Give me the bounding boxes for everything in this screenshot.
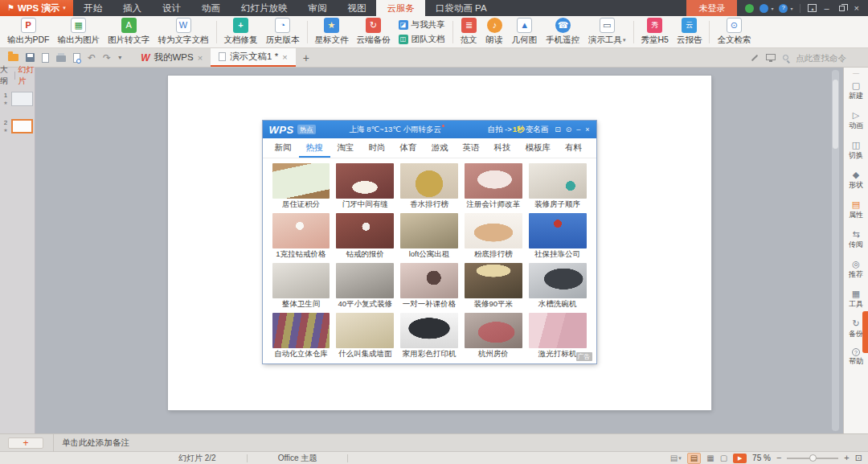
close-button[interactable]: × [853,4,861,13]
tab-slides[interactable]: 幻灯片 [18,64,35,87]
login-button[interactable]: 未登录 [686,0,737,16]
sidebar-item[interactable]: ◆ 形状 [849,170,863,191]
hotspot-item[interactable]: 水槽洗碗机 [529,263,587,309]
app-logo[interactable]: ⚑ WPS 演示 ▾ [0,0,73,16]
reading-view-icon[interactable]: ▢ [720,454,727,462]
hotspot-item-label[interactable]: 钻戒的报价 [336,248,394,259]
hotspot-item[interactable]: 自动化立体仓库 [272,313,330,359]
slideshow-play-button[interactable]: ▶ [733,454,747,463]
hotspot-item[interactable]: 杭州房价 [465,313,522,359]
hotspot-item-label[interactable]: 社保挂靠公司 [529,248,587,259]
menu-tab[interactable]: 云服务 [376,0,425,16]
hotspot-thumbnail[interactable] [336,163,394,199]
sidebar-item[interactable]: ↻ 备份 [849,318,863,339]
menu-tab[interactable]: 视图 [337,0,376,16]
hotspot-thumbnail[interactable] [336,313,394,348]
ribbon-button[interactable]: ☎ 手机遥控 [542,18,584,46]
hotspot-thumbnail[interactable] [336,213,394,248]
help-icon[interactable]: ? [779,4,788,13]
ribbon-button[interactable]: ♪ 朗读 [482,18,508,46]
new-tab-button[interactable]: + [296,48,317,67]
print-preview-icon[interactable] [73,53,80,63]
slide-thumbnail-item[interactable]: 2 ★ [2,119,33,133]
ribbon-button[interactable]: ↻ 云端备份 [353,18,395,46]
sidebar-item[interactable]: ? 帮助 [849,348,863,367]
undo-icon[interactable]: ↶ [88,53,96,63]
ribbon-button[interactable]: ⊙ 全文检索 [713,18,755,46]
sidebar-item[interactable]: ▢ 新建 [849,80,863,101]
normal-view-icon[interactable]: ▤ [687,453,701,464]
ribbon-button[interactable]: W 转为文字文档 [154,18,213,46]
customize-toolbar-icon[interactable]: ▾ [118,54,121,61]
slide-thumbnail[interactable] [11,119,33,133]
notes-toggle-icon[interactable]: ▤▾ [670,454,682,462]
collapse-ribbon-icon[interactable]: ▴ [808,4,817,12]
hotspot-item-label[interactable]: 装修房子顺序 [529,199,587,209]
tab-presentation1[interactable]: 演示文稿1 * × [211,48,296,67]
hotspot-item[interactable]: 家用彩色打印机 [400,313,458,359]
minimize-button[interactable]: – [822,4,830,13]
hotspot-nav-tab[interactable]: 体育 [393,138,424,158]
hotspot-thumbnail[interactable] [336,263,394,298]
menu-tab[interactable]: 设计 [152,0,191,16]
hotspot-item-label[interactable]: 水槽洗碗机 [529,298,587,309]
restore-button[interactable] [839,6,845,11]
ribbon-button[interactable]: + 文档修复 [220,18,262,46]
hotspot-nav-tab[interactable]: 模板库 [518,138,559,158]
hotspot-nav-tab[interactable]: 淘宝 [330,138,362,158]
close-icon[interactable]: × [282,52,287,62]
menu-tab[interactable]: 审阅 [297,0,337,16]
ribbon-button[interactable]: ◔ 历史版本 [262,18,304,46]
export-icon[interactable] [42,53,49,63]
hotspot-thumbnail[interactable] [400,313,458,348]
menu-tab[interactable]: 插入 [113,0,152,16]
slide-sorter-view-icon[interactable]: ▦ [706,454,714,462]
fit-to-window-icon[interactable]: ⊡ [855,454,862,462]
monitor-icon[interactable] [766,54,776,60]
ribbon-button[interactable]: ◫ 团队文档 [399,34,445,45]
hotspot-item[interactable]: 一对一补课价格 [400,263,458,309]
zoom-slider[interactable] [787,458,838,459]
hotspot-item-label[interactable]: 香水排行榜 [400,199,458,209]
recommend-flag-tab[interactable] [862,311,868,353]
tab-outline[interactable]: 大纲 [0,64,11,87]
hotspot-thumbnail[interactable] [529,313,587,348]
hotspot-item[interactable]: 整体卫生间 [272,263,330,309]
theme-name[interactable]: Office 主题 [278,453,317,464]
menu-tab[interactable]: 动画 [191,0,231,16]
hotspot-item-label[interactable]: 40平小复式装修 [336,298,394,309]
zoom-slider-knob[interactable] [809,454,817,462]
hotspot-item-label[interactable]: 居住证积分 [272,199,330,209]
ribbon-button[interactable]: ▭ 演示工具▾ [584,18,630,46]
menu-tab[interactable]: 幻灯片放映 [231,0,298,16]
sidebar-item[interactable]: ▷ 动画 [849,110,863,131]
hotspot-item[interactable]: 居住证积分 [272,163,330,209]
hotspot-window-button[interactable]: × [585,125,589,133]
skin-icon[interactable] [760,4,768,13]
hotspot-thumbnail[interactable] [465,163,522,199]
sidebar-item[interactable]: ◎ 推荐 [849,259,863,280]
tab-my-wps[interactable]: W 我的WPS × [133,48,211,67]
zoom-in-button[interactable]: + [844,454,849,462]
pen-icon[interactable] [751,54,758,60]
hotspot-item-label[interactable]: 一对一补课价格 [400,298,458,309]
add-slide-button[interactable]: + [8,437,43,449]
hotspot-item[interactable]: 注册会计师改革 [465,163,522,209]
hotspot-item-label[interactable]: 杭州房价 [465,348,522,359]
menu-tab[interactable]: 开始 [73,0,113,16]
save-icon[interactable] [26,53,35,62]
hotspot-thumbnail[interactable] [272,163,330,199]
hotspot-item-label[interactable]: loft公寓出租 [400,248,458,259]
hotspot-thumbnail[interactable] [400,213,458,248]
hotspot-nav-tab[interactable]: 时尚 [362,138,393,158]
hotspot-item[interactable]: 门牙中间有缝 [336,163,394,209]
hotspot-window-button[interactable]: ⊙ [566,125,572,133]
ribbon-button[interactable]: ▲ 几何图 [508,18,542,46]
promo-banner[interactable]: 自拍 -> 1秒 变名画 [487,125,548,135]
hotspot-nav-tab[interactable]: 英语 [456,138,487,158]
sidebar-collapse-handle[interactable]: — [853,70,859,76]
sidebar-item[interactable]: ⇆ 传阅 [849,229,863,250]
hotspot-item[interactable]: 装修90平米 [465,263,522,309]
hotspot-item-label[interactable]: 门牙中间有缝 [336,199,394,209]
community-icon[interactable] [745,4,754,13]
